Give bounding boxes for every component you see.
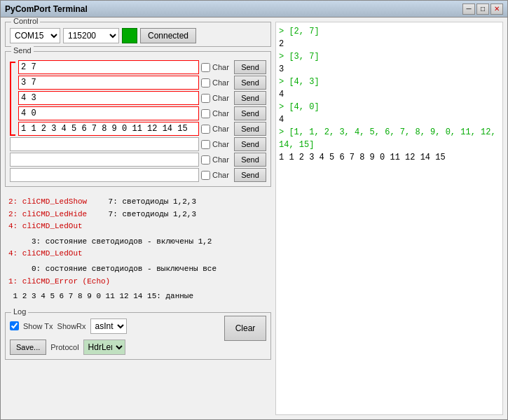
char-label-2: Char bbox=[212, 78, 232, 87]
close-button[interactable]: ✕ bbox=[490, 4, 503, 15]
clear-button[interactable]: Clear bbox=[224, 316, 266, 341]
info-num-2: 2: cliCMD_LedHide bbox=[8, 209, 87, 221]
char-checkbox-1[interactable] bbox=[201, 63, 210, 72]
terminal-line-10: 1 1 2 3 4 5 6 7 8 9 0 11 12 14 15 bbox=[279, 151, 500, 164]
send-input-6[interactable] bbox=[10, 137, 199, 151]
control-group-label: Control bbox=[11, 18, 40, 25]
info-sep-5: 1 2 3 4 5 6 7 8 9 0 11 12 14 15: данные bbox=[8, 290, 193, 303]
char-label-3: Char bbox=[212, 94, 232, 102]
log-group-label: Log bbox=[11, 307, 28, 316]
terminal-line-8: 4 bbox=[279, 113, 500, 126]
send-group: Send Char Send bbox=[5, 51, 271, 187]
info-sep-3: 3: состояние светодиодов - включены 1,2 bbox=[8, 236, 212, 248]
send-input-8[interactable] bbox=[10, 168, 199, 182]
char-checkbox-3[interactable] bbox=[201, 94, 210, 103]
title-bar: PyComPort Terminal ─ □ ✕ bbox=[1, 1, 507, 18]
bracket-indicator bbox=[10, 62, 15, 136]
char-label-1: Char bbox=[212, 63, 232, 71]
show-tx-checkbox[interactable] bbox=[10, 321, 19, 330]
char-label-4: Char bbox=[212, 109, 232, 118]
send-input-1[interactable] bbox=[18, 60, 199, 74]
send-input-5[interactable] bbox=[18, 122, 199, 136]
connect-button[interactable]: Connected bbox=[140, 28, 196, 43]
info-num-4: 4: cliCMD_LedOut bbox=[8, 248, 83, 260]
control-group: Control COM15 COM1 COM2 115200 9600 1920… bbox=[5, 22, 271, 47]
send-input-7[interactable] bbox=[10, 153, 199, 167]
send-row: Char Send bbox=[18, 60, 266, 74]
char-label-8: Char bbox=[212, 171, 232, 179]
info-num-5: 1: cliCMD_Error (Echo) bbox=[8, 276, 110, 288]
terminal-line-3: > [3, 7] bbox=[279, 50, 500, 63]
send-row: Char Send bbox=[18, 76, 266, 90]
terminal-line-2: 2 bbox=[279, 38, 500, 50]
terminal-line-6: 4 bbox=[279, 88, 500, 101]
send-input-3[interactable] bbox=[18, 91, 199, 105]
send-row: Char Send bbox=[18, 106, 266, 120]
send-button-2[interactable]: Send bbox=[234, 76, 266, 90]
log-group: Log Show Tx ShowRx asInt asHex asChar bbox=[5, 312, 271, 360]
info-line-2: 2: cliCMD_LedHide 7: светодиоды 1,2,3 bbox=[8, 209, 268, 221]
info-line-4: 4: cliCMD_LedOut 0: состояние светодиодо… bbox=[8, 248, 268, 275]
connection-indicator bbox=[122, 28, 137, 43]
send-button-4[interactable]: Send bbox=[234, 106, 266, 120]
main-window: PyComPort Terminal ─ □ ✕ Control COM15 C… bbox=[0, 0, 508, 420]
send-rows-inner: Char Send Char Send bbox=[18, 60, 266, 137]
char-label-7: Char bbox=[212, 155, 232, 164]
baud-rate-select[interactable]: 115200 9600 19200 38400 57600 bbox=[63, 28, 119, 43]
log-row-2: Save... Protocol HdrLen None bbox=[10, 340, 127, 355]
send-button-8[interactable]: Send bbox=[234, 168, 266, 182]
char-checkbox-7[interactable] bbox=[201, 155, 210, 164]
info-line-1: 2: cliCMD_LedShow 7: светодиоды 1,2,3 bbox=[8, 196, 268, 209]
show-tx-label: Show Tx bbox=[23, 322, 53, 330]
char-checkbox-8[interactable] bbox=[201, 171, 210, 180]
send-button-1[interactable]: Send bbox=[234, 60, 266, 74]
terminal-panel: > [2, 7] 2 > [3, 7] 3 > [4, 3] 4 > [4, 0… bbox=[275, 22, 503, 415]
info-sep-2: 7: светодиоды 1,2,3 bbox=[90, 209, 196, 221]
char-checkbox-4[interactable] bbox=[201, 109, 210, 118]
send-button-3[interactable]: Send bbox=[234, 91, 266, 105]
showrx-label: ShowRx bbox=[57, 322, 86, 330]
log-left: Show Tx ShowRx asInt asHex asChar Save..… bbox=[10, 316, 127, 355]
control-row: COM15 COM1 COM2 115200 9600 19200 38400 … bbox=[10, 28, 266, 43]
info-sep-4: 0: состояние светодиодов - выключены все bbox=[8, 263, 217, 276]
com-port-select[interactable]: COM15 COM1 COM2 bbox=[10, 28, 60, 43]
send-row: Char Send bbox=[18, 122, 266, 136]
window-title: PyComPort Terminal bbox=[5, 4, 461, 14]
send-button-5[interactable]: Send bbox=[234, 122, 266, 136]
send-input-2[interactable] bbox=[18, 76, 199, 90]
left-panel: Control COM15 COM1 COM2 115200 9600 1920… bbox=[5, 22, 271, 415]
send-rows-container: Char Send Char Send bbox=[10, 60, 266, 137]
info-sep-1: 7: светодиоды 1,2,3 bbox=[90, 196, 196, 209]
send-row: Char Send bbox=[10, 153, 266, 167]
showrx-select[interactable]: asInt asHex asChar bbox=[90, 318, 127, 334]
info-box: 2: cliCMD_LedShow 7: светодиоды 1,2,3 2:… bbox=[5, 192, 271, 307]
main-content: Control COM15 COM1 COM2 115200 9600 1920… bbox=[1, 18, 507, 419]
terminal-line-4: 3 bbox=[279, 63, 500, 76]
terminal-line-1: > [2, 7] bbox=[279, 25, 500, 38]
maximize-button[interactable]: □ bbox=[476, 4, 489, 15]
send-input-4[interactable] bbox=[18, 106, 199, 120]
info-num-3: 4: cliCMD_LedOut bbox=[8, 220, 83, 233]
send-section: Char Send Char Send bbox=[10, 55, 266, 182]
send-button-7[interactable]: Send bbox=[234, 153, 266, 167]
send-row: Char Send bbox=[18, 91, 266, 105]
send-button-6[interactable]: Send bbox=[234, 137, 266, 151]
save-button[interactable]: Save... bbox=[10, 340, 46, 355]
info-line-5: 1: cliCMD_Error (Echo) 1 2 3 4 5 6 7 8 9… bbox=[8, 276, 268, 303]
char-checkbox-6[interactable] bbox=[201, 140, 210, 149]
send-group-label: Send bbox=[11, 46, 34, 55]
send-row: Char Send bbox=[10, 168, 266, 182]
char-checkbox-5[interactable] bbox=[201, 125, 210, 134]
log-row-1: Show Tx ShowRx asInt asHex asChar bbox=[10, 318, 127, 334]
send-row: Char Send bbox=[10, 137, 266, 151]
info-num-1: 2: cliCMD_LedShow bbox=[8, 196, 87, 209]
log-right: Clear bbox=[224, 316, 266, 341]
char-checkbox-2[interactable] bbox=[201, 78, 210, 88]
minimize-button[interactable]: ─ bbox=[462, 4, 475, 15]
info-line-3: 4: cliCMD_LedOut 3: состояние светодиодо… bbox=[8, 220, 268, 248]
terminal-line-9: > [1, 1, 2, 3, 4, 5, 6, 7, 8, 9, 0, 11, … bbox=[279, 126, 500, 151]
terminal-line-5: > [4, 3] bbox=[279, 76, 500, 88]
protocol-label: Protocol bbox=[50, 343, 78, 351]
hdrlen-select[interactable]: HdrLen None bbox=[83, 340, 125, 355]
char-label-5: Char bbox=[212, 125, 232, 133]
